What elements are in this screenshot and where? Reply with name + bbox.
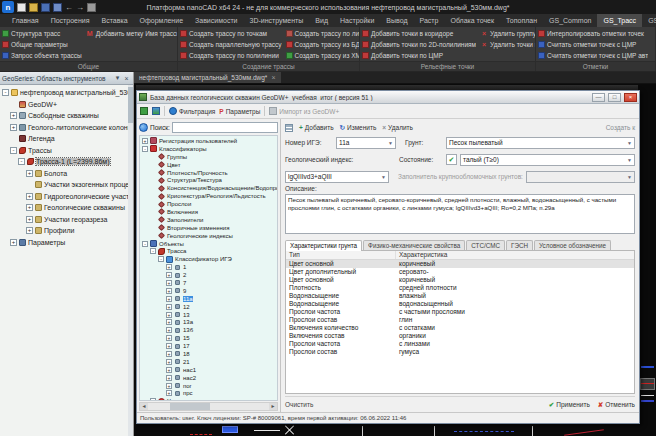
ribbon-button[interactable]: ×Удалить группу точек: [480, 28, 536, 39]
detail-tab[interactable]: СТС/СМС: [466, 240, 505, 250]
dialog-tree-item[interactable]: Группы: [140, 153, 277, 161]
dialog-tree-item[interactable]: Геологические индексы: [140, 232, 277, 240]
tree-plant-icon[interactable]: [140, 107, 148, 115]
dialog-tree-item[interactable]: +18: [140, 350, 277, 358]
expander-icon[interactable]: +: [166, 280, 172, 286]
expander-icon[interactable]: +: [166, 343, 172, 349]
palette-scrollbar[interactable]: [128, 85, 133, 436]
dialog-tree-item[interactable]: +13а: [140, 318, 277, 326]
expander-icon[interactable]: +: [150, 398, 156, 401]
expander-icon[interactable]: +: [10, 239, 17, 246]
dialog-tree-item[interactable]: +9: [140, 287, 277, 295]
ribbon-button[interactable]: Создать трассу по полилинии: [180, 50, 282, 61]
dialog-tree-item[interactable]: +пог: [140, 382, 277, 390]
close-icon[interactable]: ×: [271, 74, 275, 81]
expander-icon[interactable]: -: [142, 146, 148, 152]
expander-icon[interactable]: +: [166, 335, 172, 341]
expander-icon[interactable]: +: [166, 390, 172, 396]
table-row[interactable]: Цвет основнойкоричневый: [286, 260, 634, 268]
expander-icon[interactable]: +: [26, 216, 33, 223]
ribbon-button[interactable]: Создать параллельную трассу: [180, 39, 282, 50]
palette-tree-item[interactable]: Участки экзогенных процессов: [0, 179, 133, 191]
palette-tree-item[interactable]: +Болота: [0, 168, 133, 180]
expander-icon[interactable]: -: [142, 241, 148, 247]
ribbon-tab-Топоплан[interactable]: Топоплан: [500, 14, 543, 27]
detail-tab[interactable]: ГЭСН: [506, 240, 533, 250]
ribbon-button[interactable]: MДобавить метку Имя трассы: [86, 28, 178, 39]
ribbon-button[interactable]: Создать трассу из XML-файла: [286, 50, 360, 61]
dialog-tree-item[interactable]: +нас1: [140, 366, 277, 374]
ribbon-button[interactable]: Считать отметки точек с ЦМР: [538, 39, 648, 50]
ribbon-button[interactable]: Считать отметки точек с ЦМР авт: [538, 50, 648, 61]
table-row[interactable]: Водонасыщениевлажный: [286, 292, 634, 300]
ribbon-tab-Облака точек[interactable]: Облака точек: [444, 14, 500, 27]
create-copy-button[interactable]: Создать к: [606, 124, 635, 131]
undo-icon[interactable]: ←: [65, 3, 73, 12]
new-file-icon[interactable]: [17, 3, 26, 12]
detail-tab[interactable]: Характеристики грунта: [285, 240, 362, 251]
ribbon-tab-Зависимости[interactable]: Зависимости: [189, 14, 243, 27]
ribbon-tab-Вставка[interactable]: Вставка: [96, 14, 134, 27]
expander-icon[interactable]: +: [26, 170, 33, 177]
ribbon-tab-Оформление[interactable]: Оформление: [134, 14, 189, 27]
expander-icon[interactable]: +: [10, 112, 17, 119]
ribbon-button[interactable]: Добавить точки по 2D-полилиниям: [362, 39, 476, 50]
dialog-tree-item[interactable]: Криотекстура/Реология/Льдистость: [140, 192, 277, 200]
dialog-tree-item[interactable]: +17: [140, 342, 277, 350]
table-row[interactable]: Прослои частотас линзами: [286, 340, 634, 348]
ribbon-tab-GS_Common[interactable]: GS_Common: [543, 14, 597, 27]
expander-icon[interactable]: +: [26, 204, 33, 211]
ribbon-tab-Построения[interactable]: Построения: [45, 14, 96, 27]
dialog-tree-item[interactable]: Включения: [140, 208, 277, 216]
ribbon-button[interactable]: Создать трассу по линии профиля: [286, 28, 360, 39]
palette-tree-item[interactable]: +Геологические скважины: [0, 202, 133, 214]
dialog-tree-item[interactable]: -Классификатор ИГЭ: [140, 255, 277, 263]
dialog-tree-item[interactable]: +прс: [140, 390, 277, 398]
table-row[interactable]: Прослои составглин: [286, 316, 634, 324]
dialog-tree-item[interactable]: +21: [140, 358, 277, 366]
expander-icon[interactable]: +: [166, 312, 172, 318]
expander-icon[interactable]: +: [166, 288, 172, 294]
detail-tab[interactable]: Физико-механические свойства: [363, 240, 465, 250]
table-row[interactable]: Прослои частотас частыми прослоями: [286, 308, 634, 316]
dialog-tree-item[interactable]: +1: [140, 263, 277, 271]
palette-tree-item[interactable]: +Геолого-литологические колонки: [0, 122, 133, 134]
ribbon-tab-Растр[interactable]: Растр: [414, 14, 445, 27]
dialog-titlebar[interactable]: База данных геологических скважин GeoDW+…: [137, 91, 639, 104]
redo-icon[interactable]: →: [76, 3, 84, 12]
dialog-tree-item[interactable]: +12: [140, 303, 277, 311]
ribbon-button[interactable]: Создать трассу из БД проекта: [286, 39, 360, 50]
table-row[interactable]: Плотностьсредней плотности: [286, 284, 634, 292]
expander-icon[interactable]: -: [150, 248, 156, 254]
dialog-tree-item[interactable]: +Регистрация пользователей: [140, 137, 277, 145]
scroll-left-icon[interactable]: ◄: [140, 403, 148, 410]
table-row[interactable]: Включения количествос остатками: [286, 324, 634, 332]
ribbon-button[interactable]: Добавить точки в коридоре: [362, 28, 476, 39]
dialog-tree-item[interactable]: +2: [140, 271, 277, 279]
palette-tree-item[interactable]: -нефтепровод магистральный_530мм: [0, 87, 133, 99]
expander-icon[interactable]: -: [158, 256, 164, 262]
expander-icon[interactable]: +: [166, 264, 172, 270]
expander-icon[interactable]: -: [10, 147, 17, 154]
expander-icon[interactable]: +: [166, 327, 172, 333]
open-folder-icon[interactable]: [29, 3, 38, 12]
dialog-tree-item[interactable]: Плотность/Прочность: [140, 169, 277, 177]
table-row[interactable]: Цвет дополнительныйсеровато-: [286, 268, 634, 276]
ribbon-button[interactable]: Запрос объекта трассы: [2, 50, 82, 61]
expander-icon[interactable]: +: [166, 304, 172, 310]
scroll-right-icon[interactable]: ►: [269, 403, 277, 410]
palette-tree-item[interactable]: +Участки георазреза: [0, 214, 133, 226]
palette-tree-item[interactable]: Легенда: [0, 133, 133, 145]
save-all-icon[interactable]: [53, 3, 62, 12]
filler-select[interactable]: ▼: [526, 171, 635, 183]
palette-tree-item[interactable]: +Свободные скважины: [0, 110, 133, 122]
column-header-type[interactable]: Тип: [286, 251, 396, 259]
expander-icon[interactable]: +: [10, 124, 17, 131]
ige-number-select[interactable]: 11а▼: [336, 137, 396, 149]
pin-icon[interactable]: ▾: [113, 74, 122, 82]
dialog-tree-item[interactable]: -Объекты: [140, 240, 277, 248]
dialog-tree-item[interactable]: +Участки: [140, 397, 277, 401]
expander-icon[interactable]: +: [166, 383, 172, 389]
edit-button[interactable]: ↻Изменить: [340, 124, 377, 132]
cancel-button[interactable]: ✘Отменить: [598, 401, 635, 409]
